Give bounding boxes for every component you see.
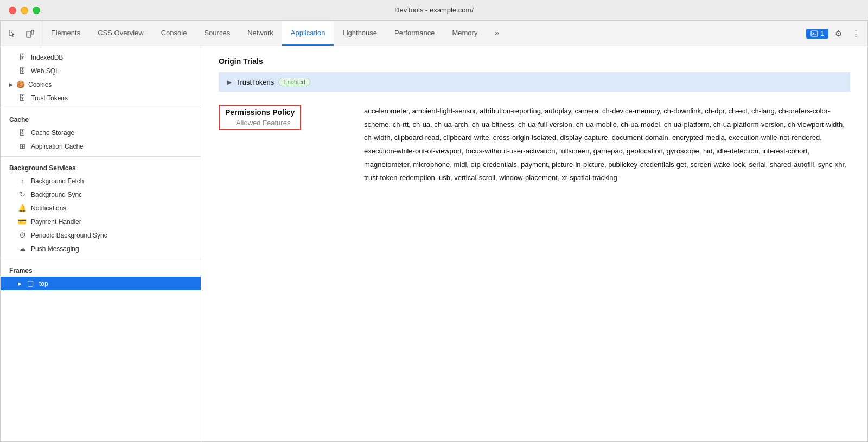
frames-section-title: Frames xyxy=(1,262,201,277)
permissions-label-column: Permissions Policy Allowed Features xyxy=(219,105,360,185)
sidebar-item-label: Notifications xyxy=(31,204,66,212)
enabled-badge: Enabled xyxy=(278,78,310,86)
tab-more[interactable]: » xyxy=(486,21,507,46)
tab-css-overview[interactable]: CSS Overview xyxy=(89,21,152,46)
trust-tokens-expand-icon: ▶ xyxy=(227,79,232,85)
trust-tokens-icon: 🗄 xyxy=(18,94,27,102)
payment-handler-icon: 💳 xyxy=(18,217,27,226)
settings-icon[interactable]: ⚙ xyxy=(831,26,846,41)
tab-console[interactable]: Console xyxy=(152,21,196,46)
permissions-policy-title: Permissions Policy xyxy=(225,108,295,117)
periodic-bg-sync-icon: ⏱ xyxy=(18,231,27,239)
tab-elements[interactable]: Elements xyxy=(42,21,89,46)
svg-rect-0 xyxy=(27,31,31,37)
sidebar-item-label: Cookies xyxy=(28,81,52,88)
traffic-lights xyxy=(9,7,40,14)
sidebar-item-label: Periodic Background Sync xyxy=(31,232,107,239)
sidebar-item-label: IndexedDB xyxy=(31,54,63,61)
devtools-window: Elements CSS Overview Console Sources Ne… xyxy=(0,21,868,442)
sidebar-item-label: Cache Storage xyxy=(31,129,74,137)
title-bar: DevTools - example.com/ xyxy=(0,0,868,21)
tab-sources[interactable]: Sources xyxy=(195,21,239,46)
sidebar-item-indexeddb[interactable]: 🗄 IndexedDB xyxy=(1,50,201,64)
close-button[interactable] xyxy=(9,7,16,14)
expand-arrow-icon: ▶ xyxy=(9,82,13,87)
sidebar-item-cookies[interactable]: ▶ 🍪 Cookies xyxy=(1,78,201,91)
sidebar-item-background-sync[interactable]: ↻ Background Sync xyxy=(1,188,201,201)
tab-lighthouse[interactable]: Lighthouse xyxy=(334,21,386,46)
sidebar-item-label: Payment Handler xyxy=(31,218,81,226)
sidebar-item-label: Background Fetch xyxy=(31,177,84,185)
tab-performance[interactable]: Performance xyxy=(386,21,443,46)
permissions-highlight-box: Permissions Policy Allowed Features xyxy=(219,105,301,130)
sidebar-item-push-messaging[interactable]: ☁ Push Messaging xyxy=(1,242,201,255)
more-options-icon[interactable]: ⋮ xyxy=(848,26,863,41)
console-badge-count: 1 xyxy=(820,30,824,37)
cache-storage-icon: 🗄 xyxy=(18,129,27,137)
sidebar-item-web-sql[interactable]: 🗄 Web SQL xyxy=(1,64,201,78)
sidebar-item-cache-storage[interactable]: 🗄 Cache Storage xyxy=(1,126,201,139)
notifications-icon: 🔔 xyxy=(18,204,27,212)
application-cache-icon: ⊞ xyxy=(18,142,27,150)
sidebar-item-application-cache[interactable]: ⊞ Application Cache xyxy=(1,139,201,153)
sidebar-item-label: Background Sync xyxy=(31,191,82,198)
background-sync-icon: ↻ xyxy=(18,190,27,198)
window-title: DevTools - example.com/ xyxy=(394,6,474,14)
top-frame-arrow-icon: ▶ xyxy=(18,281,22,286)
permissions-policy-section: Permissions Policy Allowed Features acce… xyxy=(219,105,850,185)
svg-rect-1 xyxy=(31,30,34,34)
tab-bar: Elements CSS Overview Console Sources Ne… xyxy=(1,21,867,46)
sidebar-item-periodic-bg-sync[interactable]: ⏱ Periodic Background Sync xyxy=(1,228,201,242)
sidebar-divider-3 xyxy=(1,259,201,259)
toolbar-tools xyxy=(1,21,42,46)
tab-application[interactable]: Application xyxy=(282,21,334,46)
origin-trials-title: Origin Trials xyxy=(219,57,850,66)
push-messaging-icon: ☁ xyxy=(18,245,27,253)
tab-memory[interactable]: Memory xyxy=(443,21,486,46)
sidebar-item-label: Push Messaging xyxy=(31,245,79,253)
sidebar-item-top-frame[interactable]: ▶ ▢ top xyxy=(1,277,201,290)
sidebar-item-background-fetch[interactable]: ↕ Background Fetch xyxy=(1,174,201,188)
cookies-icon: 🍪 xyxy=(16,80,25,88)
sidebar-divider-1 xyxy=(1,108,201,108)
sidebar-item-label: top xyxy=(39,280,48,287)
permissions-features: accelerometer, ambient-light-sensor, att… xyxy=(360,105,850,185)
sidebar: 🗄 IndexedDB 🗄 Web SQL ▶ 🍪 Cookies 🗄 Trus… xyxy=(1,46,201,441)
sidebar-item-label: Trust Tokens xyxy=(31,94,68,102)
cursor-tool-icon[interactable] xyxy=(5,26,20,41)
cache-section-title: Cache xyxy=(1,112,201,126)
origin-trials-row[interactable]: ▶ TrustTokens Enabled xyxy=(219,72,850,92)
indexeddb-icon: 🗄 xyxy=(18,53,27,61)
sidebar-item-label: Application Cache xyxy=(31,143,84,150)
sidebar-item-payment-handler[interactable]: 💳 Payment Handler xyxy=(1,215,201,228)
websql-icon: 🗄 xyxy=(18,67,27,75)
top-frame-icon: ▢ xyxy=(26,279,35,287)
tab-network[interactable]: Network xyxy=(239,21,282,46)
sidebar-divider-2 xyxy=(1,156,201,157)
minimize-button[interactable] xyxy=(21,7,28,14)
maximize-button[interactable] xyxy=(33,7,40,14)
sidebar-item-trust-tokens[interactable]: 🗄 Trust Tokens xyxy=(1,91,201,105)
tabs-container: Elements CSS Overview Console Sources Ne… xyxy=(42,21,802,46)
console-badge-button[interactable]: 1 xyxy=(806,29,828,39)
background-services-section-title: Background Services xyxy=(1,160,201,174)
tab-bar-right: 1 ⚙ ⋮ xyxy=(802,21,867,46)
device-toolbar-icon[interactable] xyxy=(22,26,37,41)
allowed-features-label: Allowed Features xyxy=(225,119,295,127)
background-fetch-icon: ↕ xyxy=(18,177,27,185)
sidebar-item-label: Web SQL xyxy=(31,67,59,75)
main-area: 🗄 IndexedDB 🗄 Web SQL ▶ 🍪 Cookies 🗄 Trus… xyxy=(1,46,867,441)
sidebar-item-notifications[interactable]: 🔔 Notifications xyxy=(1,201,201,215)
content-area: Origin Trials ▶ TrustTokens Enabled Perm… xyxy=(201,46,867,441)
trust-tokens-label: TrustTokens xyxy=(236,78,274,86)
